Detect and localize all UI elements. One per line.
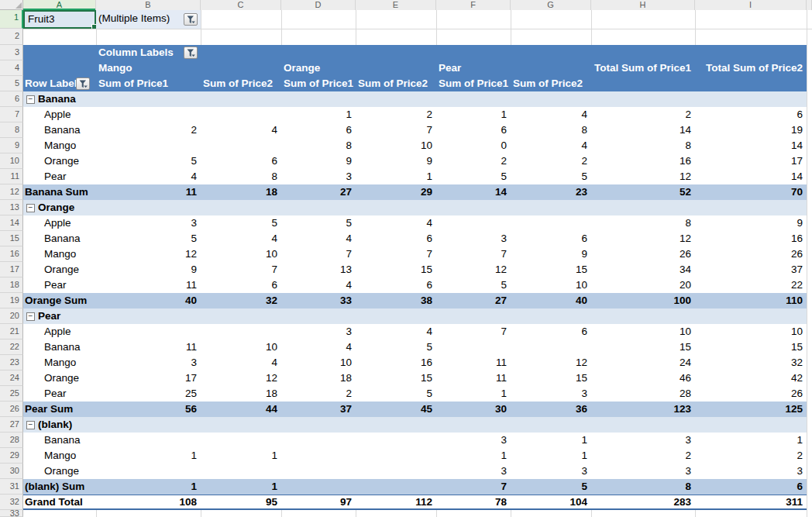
pivot-row-label[interactable]: Pear (23, 386, 96, 402)
row-header-21[interactable]: 21 (0, 324, 23, 339)
row-header-16[interactable]: 16 (0, 246, 23, 262)
pivot-cell[interactable]: 6 (281, 122, 356, 138)
pivot-cell[interactable]: 7 (356, 122, 436, 138)
pivot-cell[interactable]: 4 (511, 107, 591, 122)
pivot-cell[interactable]: 28 (591, 386, 695, 402)
pivot-cell[interactable]: 14 (436, 184, 511, 200)
pivot-cell[interactable]: 20 (591, 277, 695, 293)
row-header-4[interactable]: 4 (0, 60, 23, 76)
row-header-17[interactable]: 17 (0, 262, 23, 277)
pivot-cell[interactable]: 16 (695, 231, 807, 246)
pivot-cell[interactable] (201, 138, 281, 153)
pivot-cell[interactable]: 52 (591, 184, 695, 200)
pivot-cell[interactable]: 15 (356, 371, 436, 386)
pivot-cell[interactable]: 1 (96, 479, 201, 495)
row-header-14[interactable]: 14 (0, 215, 23, 231)
pivot-cell[interactable]: 42 (695, 371, 807, 386)
pivot-cell[interactable]: 36 (511, 402, 591, 417)
pivot-cell[interactable]: 11 (96, 339, 201, 355)
total-sum-price2-header[interactable]: Total Sum of Price2 (695, 60, 807, 76)
pivot-cell[interactable]: 5 (511, 479, 591, 495)
column-labels-filter-button[interactable] (184, 47, 198, 59)
pivot-cell[interactable]: 1 (436, 107, 511, 122)
pivot-row-label[interactable]: Banana (23, 122, 96, 138)
pivot-cell[interactable]: 19 (695, 122, 807, 138)
row-header-32[interactable]: 32 (0, 495, 23, 510)
row-header-29[interactable]: 29 (0, 448, 23, 464)
pivot-cell[interactable]: 38 (356, 293, 436, 308)
pivot-cell[interactable]: 6 (201, 153, 281, 169)
pivot-cell[interactable]: 5 (96, 231, 201, 246)
pivot-cell[interactable]: 3 (436, 433, 511, 448)
column-group-orange[interactable]: Orange (284, 60, 320, 76)
pivot-row-label[interactable]: Mango (23, 355, 96, 371)
pivot-cell[interactable]: 7 (436, 246, 511, 262)
row-header-10[interactable]: 10 (0, 153, 23, 169)
pivot-cell[interactable] (436, 339, 511, 355)
pivot-cell[interactable]: 97 (281, 495, 356, 508)
pivot-cell[interactable]: 15 (695, 339, 807, 355)
pivot-cell[interactable]: 12 (591, 169, 695, 184)
pivot-cell[interactable]: 2 (281, 386, 356, 402)
pivot-cell[interactable] (356, 464, 436, 479)
pivot-cell[interactable]: 9 (356, 153, 436, 169)
column-header-H[interactable]: H (591, 0, 695, 10)
pivot-cell[interactable]: 11 (436, 371, 511, 386)
pivot-row-label[interactable]: −(blank) (23, 417, 807, 433)
pivot-cell[interactable]: 8 (591, 215, 695, 231)
pivot-cell[interactable]: 6 (436, 122, 511, 138)
pivot-cell[interactable]: 9 (281, 153, 356, 169)
row-header-3[interactable]: 3 (0, 45, 23, 60)
pivot-cell[interactable]: 26 (591, 246, 695, 262)
pivot-cell[interactable] (96, 324, 201, 339)
pivot-cell[interactable]: 4 (511, 138, 591, 153)
pivot-cell[interactable]: 14 (591, 122, 695, 138)
pivot-cell[interactable]: 4 (281, 339, 356, 355)
row-header-19[interactable]: 19 (0, 293, 23, 308)
row-header-31[interactable]: 31 (0, 479, 23, 495)
pivot-cell[interactable] (356, 433, 436, 448)
pivot-row-label[interactable]: Mango (23, 448, 96, 464)
pivot-cell[interactable]: 18 (281, 371, 356, 386)
pivot-cell[interactable]: 8 (201, 169, 281, 184)
pivot-cell[interactable] (356, 479, 436, 495)
pivot-cell[interactable]: 78 (436, 495, 511, 508)
pivot-cell[interactable]: 26 (695, 386, 807, 402)
pivot-row-label[interactable]: Apple (23, 107, 96, 122)
pivot-cell[interactable]: 2 (695, 448, 807, 464)
pivot-cell[interactable]: 40 (96, 293, 201, 308)
pivot-row-label[interactable]: Apple (23, 215, 96, 231)
pivot-cell[interactable]: 45 (356, 402, 436, 417)
pivot-cell[interactable]: 25 (96, 386, 201, 402)
pivot-cell[interactable]: 15 (511, 371, 591, 386)
pivot-cell[interactable]: 2 (436, 153, 511, 169)
row-header-1[interactable]: 1 (0, 10, 23, 29)
pivot-cell[interactable]: 29 (356, 184, 436, 200)
pivot-cell[interactable]: 37 (695, 262, 807, 277)
pivot-cell[interactable]: 12 (436, 262, 511, 277)
pivot-cell[interactable] (281, 448, 356, 464)
value-header[interactable]: Sum of Price1 (439, 76, 508, 91)
pivot-cell[interactable]: 6 (511, 231, 591, 246)
pivot-cell[interactable]: 9 (96, 262, 201, 277)
row-header-28[interactable]: 28 (0, 433, 23, 448)
value-header[interactable]: Sum of Price1 (98, 76, 168, 91)
pivot-cell[interactable]: 1 (281, 107, 356, 122)
select-all-corner[interactable] (0, 0, 23, 10)
pivot-cell[interactable]: 2 (96, 122, 201, 138)
pivot-cell[interactable]: 6 (695, 479, 807, 495)
column-labels-header[interactable]: Column Labels (98, 45, 174, 60)
pivot-cell[interactable]: 10 (591, 324, 695, 339)
value-header[interactable]: Sum of Price2 (203, 76, 273, 91)
pivot-cell[interactable]: 14 (695, 169, 807, 184)
pivot-row-label[interactable]: Orange (23, 464, 96, 479)
pivot-row-label[interactable]: Orange (23, 153, 96, 169)
pivot-cell[interactable]: 33 (281, 293, 356, 308)
pivot-cell[interactable] (511, 215, 591, 231)
pivot-cell[interactable]: 3 (436, 464, 511, 479)
pivot-row-label[interactable]: Banana (23, 433, 96, 448)
pivot-cell[interactable]: 1 (201, 479, 281, 495)
pivot-cell[interactable]: 4 (356, 324, 436, 339)
pivot-cell[interactable]: 3 (96, 215, 201, 231)
column-header-B[interactable]: B (96, 0, 201, 10)
